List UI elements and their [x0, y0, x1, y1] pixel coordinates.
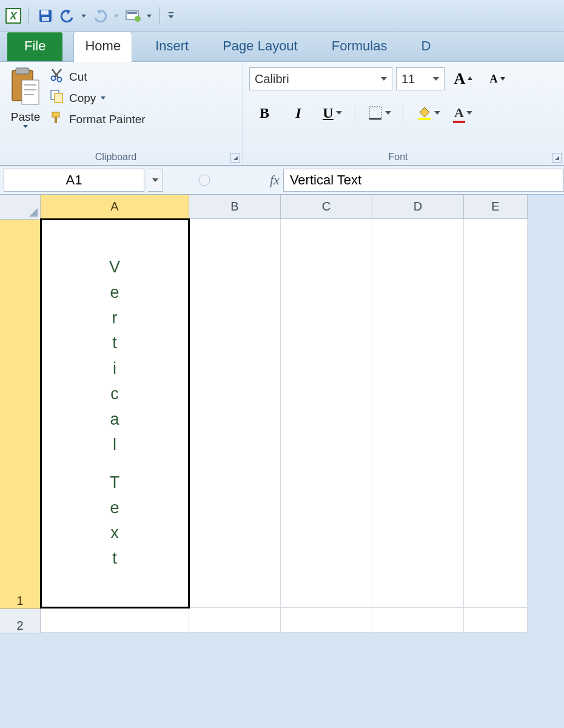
cell-C1[interactable] [281, 219, 372, 608]
copy-label: Copy [69, 92, 96, 105]
underline-button[interactable]: U [317, 101, 347, 124]
quick-access-toolbar: X [0, 0, 564, 32]
redo-dropdown[interactable] [113, 7, 120, 25]
tab-home[interactable]: Home [73, 32, 132, 62]
bold-button[interactable]: B [249, 101, 280, 124]
svg-point-26 [199, 175, 210, 186]
shrink-font-button[interactable]: A [482, 67, 512, 90]
group-title-font: Font [243, 152, 553, 163]
name-box[interactable]: A1 [4, 169, 144, 192]
paintbrush-icon [50, 110, 64, 128]
insert-function-button[interactable]: fx [270, 172, 280, 188]
cancel-formula-button[interactable] [193, 169, 215, 191]
svg-point-7 [135, 16, 141, 22]
paste-button[interactable]: Paste [6, 66, 45, 144]
copy-icon [50, 89, 64, 107]
group-title-clipboard: Clipboard [0, 152, 232, 163]
undo-dropdown[interactable] [80, 7, 87, 25]
grow-font-button[interactable]: A [448, 67, 478, 90]
fill-color-button[interactable] [412, 101, 445, 124]
separator [403, 104, 405, 122]
borders-icon [368, 106, 383, 120]
svg-rect-10 [16, 68, 29, 74]
group-clipboard: Paste Cut Copy [0, 62, 243, 165]
chevron-down-icon [385, 111, 391, 115]
svg-rect-25 [418, 118, 431, 120]
format-painter-label: Format Painter [69, 113, 146, 126]
cut-label: Cut [69, 70, 87, 84]
save-button[interactable] [36, 7, 55, 25]
scissors-icon [50, 68, 64, 86]
redo-button[interactable] [91, 7, 109, 25]
font-name-dropdown[interactable]: Calibri [249, 67, 392, 90]
svg-text:X: X [9, 10, 18, 22]
tab-page-layout[interactable]: Page Layout [212, 32, 309, 61]
svg-rect-4 [42, 17, 49, 21]
font-size-value: 11 [401, 72, 415, 86]
formula-bar: A1 fx Vertical Text [0, 166, 564, 195]
cell-D1[interactable] [372, 219, 464, 608]
font-color-icon: A [454, 105, 464, 121]
chevron-down-icon [336, 111, 342, 115]
cell-A1-content: VerticalText [109, 255, 120, 571]
shrink-font-icon: A [490, 73, 498, 86]
spreadsheet-grid: 1 2 A B C D E VerticalText [0, 195, 564, 633]
cell-B1[interactable] [189, 219, 281, 608]
col-header-A[interactable]: A [41, 195, 189, 219]
grow-font-icon: A [454, 70, 466, 88]
clipboard-dialog-launcher[interactable]: ◢ [230, 153, 240, 163]
select-all-corner[interactable] [0, 195, 41, 220]
svg-rect-23 [369, 107, 381, 119]
cell-A1[interactable]: VerticalText [41, 219, 189, 608]
row-header-1[interactable]: 1 [0, 220, 41, 608]
cell-E2[interactable] [464, 608, 528, 633]
tab-data[interactable]: D [410, 32, 441, 61]
tab-insert[interactable]: Insert [144, 32, 200, 61]
cell-D2[interactable] [372, 608, 464, 633]
borders-button[interactable] [364, 101, 395, 124]
col-header-E[interactable]: E [464, 195, 528, 219]
cell-E1[interactable] [464, 219, 528, 608]
cut-button[interactable]: Cut [50, 68, 146, 86]
font-color-button[interactable]: A [448, 101, 478, 124]
tab-formulas[interactable]: Formulas [321, 32, 398, 61]
name-box-value: A1 [66, 172, 82, 188]
svg-point-16 [58, 78, 62, 82]
col-header-B[interactable]: B [189, 195, 281, 219]
separator [159, 7, 161, 24]
formula-input[interactable]: Vertical Text [283, 169, 564, 192]
font-dialog-launcher[interactable]: ◢ [552, 153, 562, 163]
qat-customize-button[interactable] [124, 7, 142, 25]
svg-rect-21 [52, 112, 59, 117]
column-headers: A B C D E [41, 195, 528, 219]
chevron-down-icon [466, 111, 472, 115]
row-header-2[interactable]: 2 [0, 608, 41, 633]
tab-file[interactable]: File [7, 32, 62, 61]
col-header-C[interactable]: C [281, 195, 372, 219]
copy-button[interactable]: Copy [50, 89, 146, 107]
font-name-value: Calibri [255, 72, 289, 86]
cell-C2[interactable] [281, 608, 372, 633]
svg-rect-11 [22, 80, 39, 104]
font-size-dropdown[interactable]: 11 [396, 67, 445, 90]
ribbon-panel: Paste Cut Copy [0, 62, 564, 166]
name-box-dropdown[interactable] [148, 169, 163, 192]
svg-rect-8 [169, 12, 174, 13]
cell-B2[interactable] [189, 608, 281, 633]
svg-rect-3 [41, 10, 49, 15]
ribbon-tabs: File Home Insert Page Layout Formulas D [0, 32, 564, 62]
format-painter-button[interactable]: Format Painter [50, 110, 146, 128]
svg-rect-6 [127, 12, 137, 14]
paint-bucket-icon [416, 105, 432, 121]
italic-button[interactable]: I [283, 101, 314, 124]
chevron-down-icon [381, 77, 387, 81]
qat-customize-dropdown[interactable] [146, 7, 153, 25]
excel-logo-icon: X [5, 7, 22, 24]
formula-value: Vertical Text [290, 172, 361, 188]
qat-more-commands[interactable] [167, 7, 175, 25]
undo-button[interactable] [58, 7, 76, 25]
col-header-D[interactable]: D [372, 195, 464, 219]
cell-A2[interactable] [41, 608, 189, 633]
chevron-down-icon [433, 77, 439, 81]
group-font: Calibri 11 A A B I [243, 62, 564, 165]
